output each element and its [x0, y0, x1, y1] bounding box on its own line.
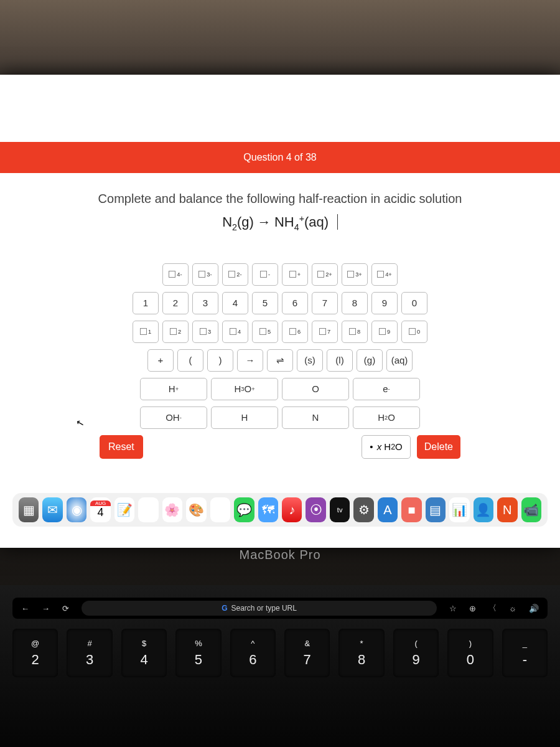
keypad-key[interactable]: ( [177, 349, 203, 372]
physical-key: ^6 [230, 629, 276, 677]
delete-button[interactable]: Delete [417, 435, 460, 459]
dock-notes-icon[interactable]: 📝 [114, 497, 134, 522]
keypad-key[interactable]: 3+ [342, 263, 368, 286]
dock-freeform-icon[interactable]: 🎨 [186, 497, 206, 522]
keypad-key[interactable]: + [282, 263, 308, 286]
keypad-key[interactable]: 4+ [371, 263, 398, 286]
keypad-key[interactable]: 5 [252, 292, 278, 314]
dock-music-icon[interactable]: ♪ [282, 497, 302, 522]
keypad-key[interactable]: 1 [133, 292, 159, 314]
star-icon[interactable]: ☆ [449, 604, 457, 613]
physical-key: %5 [175, 629, 221, 677]
keypad-key[interactable]: H+ [140, 378, 207, 400]
keypad-key[interactable]: 8 [342, 292, 368, 314]
keypad-key[interactable]: 0 [401, 292, 427, 314]
dock-tv-icon[interactable]: tv [330, 497, 350, 522]
keypad-key[interactable]: 4 [222, 292, 248, 314]
back-button[interactable]: ← [21, 604, 29, 613]
touch-bar: ← → ⟳ G Search or type URL ☆ ⊕ 〈 ☼ 🔊 [12, 598, 548, 619]
dock-app-icon[interactable]: 📊 [449, 497, 469, 522]
volume-icon[interactable]: 🔊 [529, 604, 539, 613]
physical-key: )0 [447, 629, 493, 677]
keypad-key[interactable]: (s) [297, 349, 323, 372]
keypad-key[interactable]: → [237, 349, 263, 372]
physical-key: #3 [67, 629, 112, 677]
keypad-key[interactable]: 2 [162, 292, 189, 314]
dock-mail-icon[interactable]: ✉ [42, 497, 62, 522]
keypad-key[interactable]: 8 [342, 321, 368, 343]
physical-key: (9 [393, 629, 439, 677]
dock-calendar-icon[interactable]: AUG 4 [90, 497, 110, 522]
mac-dock: ▦ ✉ ◉ AUG 4 📝 ☰ 🌸 🎨 ◐ 💬 🗺 ♪ ⦿ tv ⚙ A ■ ▤… [12, 493, 548, 527]
question-area: Complete and balance the following half-… [0, 173, 560, 497]
physical-key: _- [502, 629, 548, 677]
dock-podcasts-icon[interactable]: ⦿ [306, 497, 325, 522]
physical-key: &7 [284, 629, 330, 677]
keypad-key[interactable]: 7 [312, 321, 338, 343]
dock-photos-icon[interactable]: 🌸 [162, 497, 182, 522]
keypad-key[interactable]: 0 [401, 321, 427, 343]
keypad-key[interactable]: O [282, 378, 349, 400]
dock-facetime-icon[interactable]: 📹 [521, 497, 541, 522]
keypad-key[interactable]: 6 [282, 292, 308, 314]
question-banner: Question 4 of 38 [0, 142, 560, 173]
dock-app-icon[interactable]: N [497, 497, 517, 522]
keypad-key[interactable]: - [252, 263, 278, 286]
physical-key: $4 [121, 629, 167, 677]
laptop-brand: MacBook Pro [0, 548, 560, 562]
dock-app-icon[interactable]: 👤 [474, 497, 493, 522]
keypad-key[interactable]: 6 [282, 321, 308, 343]
dock-app-icon[interactable]: ▤ [426, 497, 446, 522]
brightness-icon[interactable]: ☼ [509, 604, 516, 613]
keypad-key[interactable]: 2 [162, 321, 189, 343]
keypad-key[interactable]: 3 [192, 292, 218, 314]
keypad-key[interactable]: (aq) [386, 349, 413, 372]
question-prompt: Complete and balance the following half-… [0, 192, 560, 206]
dock-app-icon[interactable]: ■ [401, 497, 421, 522]
answer-display: • x H2O [362, 435, 410, 459]
keypad-key[interactable]: e- [353, 378, 420, 400]
keypad-key[interactable]: (l) [327, 349, 353, 372]
keypad-key[interactable]: N [282, 406, 349, 429]
chevron-left-icon[interactable]: 〈 [488, 603, 497, 614]
keypad-key[interactable]: + [147, 349, 174, 372]
reset-button[interactable]: Reset [100, 435, 143, 459]
keypad-key[interactable]: 7 [312, 292, 338, 314]
keypad-key[interactable]: 2+ [312, 263, 338, 286]
dock-settings-icon[interactable]: ⚙ [353, 497, 373, 522]
dock-chrome-icon[interactable]: ◐ [210, 497, 230, 522]
keypad-key[interactable]: ⇌ [267, 349, 293, 372]
keypad-key[interactable]: 9 [371, 321, 398, 343]
keypad-key[interactable]: H3O+ [211, 378, 278, 400]
dock-launchpad-icon[interactable]: ▦ [19, 497, 39, 522]
keypad-key[interactable]: 4 [222, 321, 248, 343]
keypad-key[interactable]: H2O [353, 406, 420, 429]
keyboard-row: @2#3$4%5^6&7*8(9)0_- [12, 629, 548, 677]
keypad-key[interactable]: 9 [371, 292, 398, 314]
keypad-key[interactable]: 5 [252, 321, 278, 343]
physical-key: @2 [12, 629, 58, 677]
equation-keypad: 4-3-2--+2+3+4+ 1234567890 1234567890 +()… [100, 263, 460, 459]
keypad-key[interactable]: 2- [222, 263, 248, 286]
keypad-key[interactable]: 4- [162, 263, 189, 286]
forward-button[interactable]: → [42, 604, 50, 613]
keypad-key[interactable]: ) [207, 349, 233, 372]
question-equation: N2(g) → NH4+(aq) [0, 214, 560, 232]
keypad-key[interactable]: 3 [192, 321, 218, 343]
dock-maps-icon[interactable]: 🗺 [258, 497, 278, 522]
keypad-key[interactable]: 3- [192, 263, 218, 286]
dock-appstore-icon[interactable]: A [378, 497, 398, 522]
new-tab-icon[interactable]: ⊕ [469, 604, 476, 613]
touchbar-search[interactable]: G Search or type URL [82, 601, 437, 616]
dock-messages-icon[interactable]: 💬 [234, 497, 254, 522]
dock-safari-icon[interactable]: ◉ [67, 497, 86, 522]
keypad-key[interactable]: (g) [357, 349, 383, 372]
keypad-key[interactable]: OH- [140, 406, 207, 429]
keypad-key[interactable]: H [211, 406, 278, 429]
reload-button[interactable]: ⟳ [62, 604, 69, 613]
physical-key: *8 [338, 629, 384, 677]
keypad-key[interactable]: 1 [133, 321, 159, 343]
dock-reminders-icon[interactable]: ☰ [138, 497, 158, 522]
